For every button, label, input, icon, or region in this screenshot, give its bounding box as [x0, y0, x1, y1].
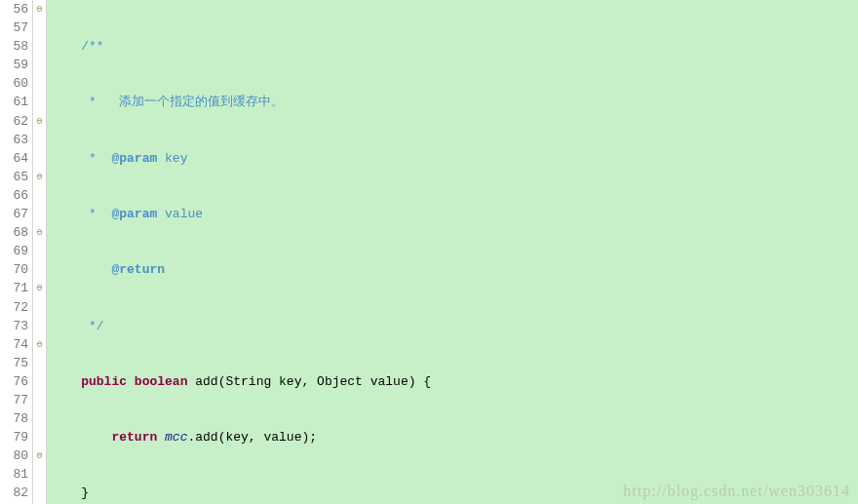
line-number: 76 — [0, 372, 32, 391]
fold-toggle-icon — [33, 242, 46, 260]
fold-toggle-icon — [33, 372, 46, 391]
fold-toggle-icon — [33, 149, 46, 168]
line-number: 68 — [0, 223, 32, 242]
line-number: 59 — [0, 56, 32, 74]
line-number: 60 — [0, 74, 32, 93]
line-number: 75 — [0, 354, 32, 372]
line-number: 77 — [0, 391, 32, 409]
line-number: 74 — [0, 335, 32, 354]
fold-toggle-icon — [33, 131, 46, 149]
line-number: 82 — [0, 484, 32, 502]
line-number: 66 — [0, 186, 32, 205]
line-number: 63 — [0, 131, 32, 149]
line-number: 81 — [0, 465, 32, 484]
comment: */ — [51, 319, 104, 333]
fold-toggle-icon[interactable]: ⊖ — [33, 223, 46, 242]
fold-toggle-icon[interactable]: ⊖ — [33, 112, 46, 131]
fold-toggle-icon[interactable]: ⊖ — [33, 335, 46, 354]
fold-toggle-icon — [33, 205, 46, 223]
fold-toggle-icon — [33, 317, 46, 335]
fold-toggle-icon — [33, 93, 46, 111]
fold-toggle-icon — [33, 74, 46, 93]
line-number: 62 — [0, 112, 32, 131]
line-number: 80 — [0, 446, 32, 465]
fold-toggle-icon — [33, 465, 46, 484]
fold-toggle-icon — [33, 298, 46, 317]
line-number: 58 — [0, 37, 32, 56]
fold-toggle-icon — [33, 260, 46, 279]
fold-toggle-icon[interactable]: ⊖ — [33, 168, 46, 186]
line-number-gutter: 5657585960616263646566676869707172737475… — [0, 0, 33, 504]
code-editor: 5657585960616263646566676869707172737475… — [0, 0, 858, 504]
comment: * @param value — [51, 207, 203, 221]
line-number: 73 — [0, 317, 32, 335]
line-number: 70 — [0, 260, 32, 279]
line-number: 56 — [0, 0, 32, 19]
fold-toggle-icon — [33, 186, 46, 205]
fold-toggle-icon[interactable]: ⊖ — [33, 446, 46, 465]
fold-toggle-icon — [33, 428, 46, 446]
fold-toggle-icon — [33, 19, 46, 37]
code-area[interactable]: /** * 添加一个指定的值到缓存中。 * @param key * @para… — [47, 0, 858, 504]
fold-toggle-icon — [33, 37, 46, 56]
line-number: 79 — [0, 428, 32, 446]
line-number: 65 — [0, 168, 32, 186]
line-number: 64 — [0, 149, 32, 168]
line-number: 72 — [0, 298, 32, 317]
fold-toggle-icon[interactable]: ⊖ — [33, 0, 46, 19]
fold-toggle-icon[interactable]: ⊖ — [33, 279, 46, 297]
line-number: 78 — [0, 409, 32, 428]
fold-toggle-icon — [33, 484, 46, 502]
line-number: 71 — [0, 279, 32, 297]
fold-toggle-icon — [33, 391, 46, 409]
line-number: 61 — [0, 93, 32, 111]
fold-gutter: ⊖⊖⊖⊖⊖⊖⊖ — [33, 0, 47, 504]
comment: * 添加一个指定的值到缓存中。 — [51, 95, 284, 109]
line-number: 67 — [0, 205, 32, 223]
comment: * @param key — [51, 151, 187, 166]
fold-toggle-icon — [33, 409, 46, 428]
comment: @return — [51, 262, 165, 277]
line-number: 69 — [0, 242, 32, 260]
fold-toggle-icon — [33, 354, 46, 372]
fold-toggle-icon — [33, 56, 46, 74]
comment: /** — [51, 39, 104, 54]
line-number: 57 — [0, 19, 32, 37]
